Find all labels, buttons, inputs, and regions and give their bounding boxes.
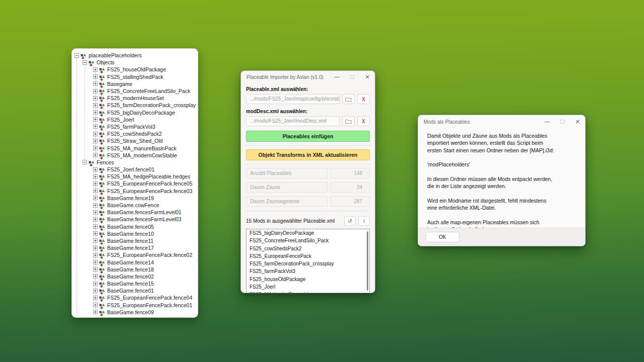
tree-item[interactable]: BaseGame.fence02 xyxy=(72,273,196,280)
collapse-icon[interactable] xyxy=(74,53,79,58)
expand-icon[interactable] xyxy=(93,303,98,307)
tree-item[interactable]: FS25_EuropeanFencePack.fence02 xyxy=(72,251,196,258)
tree-item[interactable]: FS25_Joerl xyxy=(72,116,196,123)
tree-item[interactable]: BaseGame.fence05 xyxy=(72,223,196,230)
expand-icon[interactable] xyxy=(93,224,98,229)
expand-icon[interactable] xyxy=(93,253,98,257)
expand-icon[interactable] xyxy=(93,67,98,72)
tree-item[interactable]: BaseGame.fence09 xyxy=(72,309,196,316)
expand-icon[interactable] xyxy=(93,310,98,314)
tree-item[interactable]: FS25_farmPackVol3 xyxy=(72,123,196,130)
expand-icon[interactable] xyxy=(93,146,98,150)
expand-icon[interactable] xyxy=(93,117,98,122)
expand-icon[interactable] xyxy=(93,103,98,108)
moddesc-xml-path-input[interactable]: .../mods/FS25_Joerl/modDesc.xml xyxy=(246,116,340,126)
mod-list-item[interactable]: FS25_houseOldPackage xyxy=(247,276,369,283)
mod-list-item[interactable]: FS25_cowShedsPack2 xyxy=(247,245,369,252)
mod-list-item[interactable]: FS25_farmPackVol3 xyxy=(247,267,369,275)
expand-icon[interactable] xyxy=(93,139,98,143)
tree-item[interactable]: FS25_MA_manureBasinPack xyxy=(72,144,196,151)
expand-icon[interactable] xyxy=(93,238,98,243)
tree-item[interactable]: BaseGame.fence11 xyxy=(72,237,196,244)
maximize-button[interactable] xyxy=(345,71,360,83)
dialog-titlebar[interactable]: Mods als Placeables ✕ xyxy=(418,115,585,128)
tree-item[interactable]: FS25_Straw_Shed_Old xyxy=(72,137,196,144)
tree-item[interactable]: BaseGame.fence01 xyxy=(72,287,196,294)
expand-icon[interactable] xyxy=(93,231,98,236)
tree-item[interactable]: FS25_MA_hedgePlaceable.hedges xyxy=(72,173,196,180)
maximize-button[interactable] xyxy=(555,115,570,128)
expand-icon[interactable] xyxy=(93,267,98,272)
moddesc-browse-button[interactable] xyxy=(342,116,355,126)
tree-item[interactable]: FS25_Joerl.fence01 xyxy=(72,166,196,173)
expand-icon[interactable] xyxy=(93,210,98,215)
expand-icon[interactable] xyxy=(93,74,98,79)
mod-list-item[interactable]: FS25_farmDecorationPack_crossplay xyxy=(247,260,369,267)
expand-icon[interactable] xyxy=(93,274,98,279)
expand-icon[interactable] xyxy=(93,110,98,115)
expand-icon[interactable] xyxy=(93,196,98,200)
close-button[interactable]: ✕ xyxy=(570,115,585,128)
expand-icon[interactable] xyxy=(93,96,98,101)
expand-icon[interactable] xyxy=(93,132,98,136)
scrollbar-thumb[interactable] xyxy=(367,231,368,291)
tree-item[interactable]: FS25_stallingShedPack xyxy=(72,73,196,80)
insert-placeables-button[interactable]: Placeables einfügen xyxy=(246,131,370,142)
tree-item[interactable]: Objects xyxy=(72,59,196,66)
expand-icon[interactable] xyxy=(93,296,98,300)
tree-item[interactable]: FS25_EuropeanFencePack.fence05 xyxy=(72,180,196,187)
expand-icon[interactable] xyxy=(93,203,98,208)
collapse-icon[interactable] xyxy=(83,160,87,164)
tree-item[interactable]: BaseGame.fence14 xyxy=(72,258,196,265)
expand-icon[interactable] xyxy=(93,167,98,172)
tree-item[interactable]: BaseGame.fence18 xyxy=(72,266,196,273)
info-button[interactable]: i xyxy=(358,216,370,226)
ok-button[interactable]: OK xyxy=(426,232,459,242)
mod-list-item[interactable]: FS25_ConcreteFreeLandSilo_Pack xyxy=(247,237,369,244)
tree-item[interactable]: BaseGame.fencesFarmLevel03 xyxy=(72,216,196,223)
mod-list-item[interactable]: FS25_EuropeanFencePack xyxy=(247,252,369,260)
tree-item[interactable]: BaseGame.fence15 xyxy=(72,280,196,287)
expand-icon[interactable] xyxy=(93,89,98,94)
expand-icon[interactable] xyxy=(93,124,98,129)
mod-list[interactable]: FS25_bigDairyDecoPackageFS25_ConcreteFre… xyxy=(246,229,370,293)
mod-list-item[interactable]: FS25_Joerl xyxy=(247,283,369,291)
expand-icon[interactable] xyxy=(93,81,98,86)
mod-list-item[interactable]: FS25_MA_hedgePlaceable xyxy=(247,291,369,293)
tree-item[interactable]: FS25_EuropeanFencePack.fence03 xyxy=(72,188,196,195)
expand-icon[interactable] xyxy=(93,260,98,264)
tree-item[interactable]: FS25_MA_modernCowStable xyxy=(72,152,196,159)
tree-item[interactable]: FS25_EuropeanFencePack.fence01 xyxy=(72,302,196,309)
importer-titlebar[interactable]: Placeable Importer by Aslan (v1.0) ✕ xyxy=(241,71,375,83)
tree-item[interactable]: FS25_modernHouseSet xyxy=(72,95,196,102)
placeable-clear-button[interactable]: X xyxy=(357,94,370,104)
tree-item[interactable]: Basegame xyxy=(72,80,196,87)
expand-icon[interactable] xyxy=(93,182,98,186)
moddesc-clear-button[interactable]: X xyxy=(357,116,370,126)
tree-item[interactable]: FS25_farmDecorationPack_crossplay xyxy=(72,102,196,109)
expand-icon[interactable] xyxy=(93,246,98,250)
tree-item[interactable]: BaseGame.fencesFarmLevel01 xyxy=(72,209,196,216)
tree-item[interactable]: FS25_ConcreteFreeLandSilo_Pack xyxy=(72,87,196,95)
tree-item[interactable]: Fences xyxy=(72,159,196,166)
expand-icon[interactable] xyxy=(93,174,98,179)
minimize-button[interactable] xyxy=(330,71,345,83)
expand-icon[interactable] xyxy=(93,153,98,157)
collapse-icon[interactable] xyxy=(83,60,87,65)
tree-item[interactable]: BaseGame.fence10 xyxy=(72,230,196,237)
tree-item[interactable]: BaseGame.cowFence xyxy=(72,202,196,209)
close-button[interactable]: ✕ xyxy=(360,71,375,83)
expand-icon[interactable] xyxy=(93,189,98,193)
refresh-button[interactable]: ↺ xyxy=(344,216,356,226)
tree-item[interactable]: placeablePlaceholders xyxy=(72,52,196,59)
tree-item[interactable]: FS25_EuropeanFencePack.fence04 xyxy=(72,294,196,301)
expand-icon[interactable] xyxy=(93,282,98,286)
tree-item[interactable]: FS25_bigDairyDecoPackage xyxy=(72,109,196,116)
tree-item[interactable]: FS25_houseOldPackage xyxy=(72,66,196,73)
tree-item[interactable]: FS25_cowShedsPack2 xyxy=(72,130,196,137)
mod-list-item[interactable]: FS25_bigDairyDecoPackage xyxy=(247,229,369,237)
tree-item[interactable]: BaseGame.fence17 xyxy=(72,244,196,251)
update-transforms-button[interactable]: Objekt Transforms in XML aktualisieren xyxy=(246,149,370,160)
placeable-xml-path-input[interactable]: .../mods/FS25_Joerl/map/config/placeable… xyxy=(246,94,340,104)
placeable-browse-button[interactable] xyxy=(342,94,355,104)
